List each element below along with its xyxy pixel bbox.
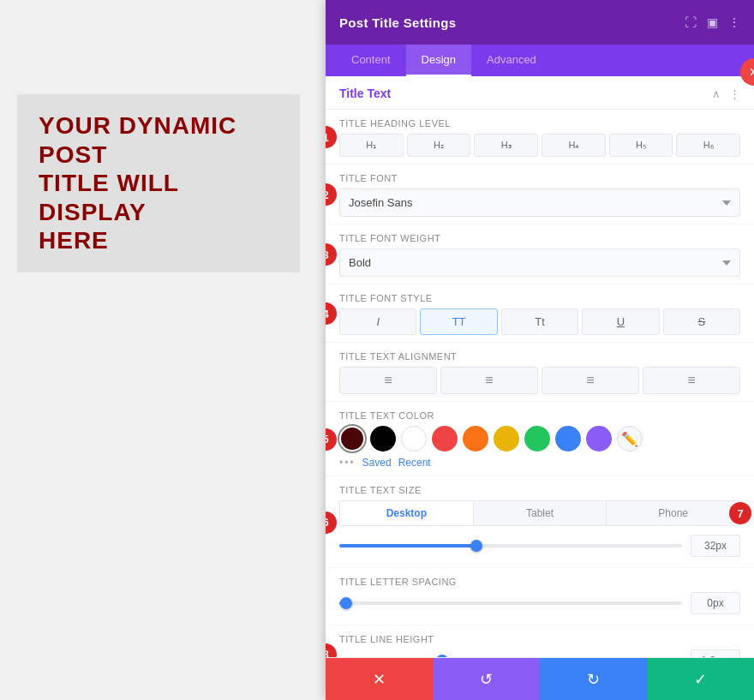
tab-content[interactable]: Content: [336, 45, 406, 76]
badge-7: 7: [729, 502, 751, 524]
panel-title: Post Title Settings: [339, 15, 456, 30]
text-size-slider-thumb[interactable]: [470, 540, 482, 552]
font-wrapper: 2 Title Font Josefin Sans: [326, 165, 754, 224]
color-swatch-orange[interactable]: [463, 426, 488, 452]
device-tab-phone[interactable]: Phone: [607, 501, 739, 525]
dots-indicator: •••: [339, 457, 356, 469]
line-height-thumb[interactable]: [436, 655, 448, 657]
text-size-slider-fill: [339, 544, 476, 547]
font-weight-label: Title Font Weight: [339, 233, 740, 243]
reset-button[interactable]: ↺: [433, 658, 540, 700]
color-swatch-red[interactable]: [432, 426, 458, 452]
uppercase-btn[interactable]: TT: [420, 308, 497, 335]
text-size-input[interactable]: [691, 535, 740, 557]
strikethrough-btn[interactable]: S: [663, 308, 740, 335]
letter-spacing-input[interactable]: [691, 592, 740, 614]
font-field: Title Font Josefin Sans: [326, 165, 754, 224]
font-weight-field: Title Font Weight Bold: [326, 224, 754, 284]
device-tab-desktop[interactable]: Desktop: [340, 501, 474, 525]
letter-spacing-slider-row: [339, 592, 740, 614]
text-align-label: Title Text Alignment: [339, 351, 740, 362]
text-color-field: Title Text Color ✏️ •••: [326, 402, 754, 476]
more-options-icon[interactable]: ⋮: [728, 15, 740, 29]
text-size-field: Title Text Size 7 Desktop Tablet Phone: [326, 476, 754, 568]
capitalize-btn[interactable]: Tt: [501, 308, 578, 335]
font-style-label: Title Font Style: [339, 293, 740, 303]
heading-level-field: Title Heading Level H₁ H₂ H₃ H₄ H₅ H₆: [326, 110, 754, 165]
color-picker-btn[interactable]: ✏️: [617, 426, 643, 452]
heading-h5-btn[interactable]: H₅: [609, 134, 673, 157]
align-justify-btn[interactable]: ≡: [643, 367, 740, 394]
align-right-btn[interactable]: ≡: [542, 367, 639, 394]
preview-area: YOUR DYNAMIC POST TITLE WILL DISPLAY HER…: [0, 0, 326, 700]
letter-spacing-thumb[interactable]: [340, 597, 352, 609]
align-left-btn[interactable]: ≡: [339, 367, 437, 394]
section-title: Title Text: [339, 87, 391, 100]
text-size-slider-track[interactable]: [339, 544, 682, 547]
heading-buttons: H₁ H₂ H₃ H₄ H₅ H₆: [339, 134, 740, 157]
save-button[interactable]: ✓: [647, 658, 754, 700]
saved-colors-link[interactable]: Saved: [362, 457, 392, 469]
line-height-slider-row: [339, 649, 740, 657]
redo-button[interactable]: ↻: [540, 658, 647, 700]
fullscreen-icon[interactable]: ⛶: [685, 15, 697, 29]
recent-colors-link[interactable]: Recent: [398, 457, 431, 469]
italic-btn[interactable]: I: [339, 308, 416, 335]
heading-h4-btn[interactable]: H₄: [542, 134, 606, 157]
color-swatch-green[interactable]: [524, 426, 550, 452]
text-color-wrapper: 5 Title Text Color ✏️: [326, 402, 754, 476]
tabs-bar: Content Design Advanced: [326, 45, 754, 76]
columns-icon[interactable]: ▣: [707, 15, 718, 29]
color-swatch-yellow[interactable]: [494, 426, 519, 452]
font-style-field: Title Font Style I TT Tt U S: [326, 284, 754, 343]
line-height-field: Title Line Height: [326, 625, 754, 657]
heading-h6-btn[interactable]: H₆: [676, 134, 740, 157]
color-swatch-purple[interactable]: [586, 426, 612, 452]
tab-advanced[interactable]: Advanced: [471, 45, 552, 76]
underline-btn[interactable]: U: [582, 308, 659, 335]
section-header-icons: ∧ ⋮: [712, 87, 740, 100]
text-size-slider-row: [339, 535, 740, 557]
preview-text-box: YOUR DYNAMIC POST TITLE WILL DISPLAY HER…: [17, 94, 300, 272]
cancel-button[interactable]: ✕: [326, 658, 433, 700]
letter-spacing-field: Title Letter Spacing: [326, 568, 754, 625]
settings-panel: ✕ Post Title Settings ⛶ ▣ ⋮ Content Desi…: [326, 0, 754, 700]
heading-level-label: Title Heading Level: [339, 118, 740, 129]
panel-footer: ✕ ↺ ↻ ✓: [326, 657, 754, 700]
font-weight-wrapper: 3 Title Font Weight Bold: [326, 224, 754, 284]
font-weight-select[interactable]: Bold: [339, 248, 740, 277]
color-swatch-black[interactable]: [370, 426, 396, 452]
panel-header-icons: ⛶ ▣ ⋮: [685, 15, 740, 29]
text-size-wrapper: 6 Title Text Size 7 Desktop Tablet Phone: [326, 476, 754, 568]
heading-h3-btn[interactable]: H₃: [474, 134, 538, 157]
style-buttons: I TT Tt U S: [339, 308, 740, 335]
heading-h2-btn[interactable]: H₂: [407, 134, 471, 157]
tab-design[interactable]: Design: [406, 45, 471, 76]
device-tabs: Desktop Tablet Phone: [339, 500, 740, 526]
preview-title: YOUR DYNAMIC POST TITLE WILL DISPLAY HER…: [39, 111, 278, 255]
color-swatch-white[interactable]: [401, 426, 427, 452]
heading-h1-btn[interactable]: H₁: [339, 134, 404, 157]
text-color-label: Title Text Color: [339, 410, 740, 421]
collapse-icon[interactable]: ∧: [712, 87, 721, 100]
text-size-label: Title Text Size: [339, 485, 740, 495]
section-header: Title Text ∧ ⋮: [326, 76, 754, 110]
font-label: Title Font: [339, 173, 740, 183]
line-height-input[interactable]: [691, 649, 740, 657]
color-swatch-blue[interactable]: [555, 426, 581, 452]
color-swatches-row: ✏️: [339, 426, 740, 452]
color-swatch-darkred[interactable]: [339, 426, 365, 452]
letter-spacing-slider-track[interactable]: [339, 601, 682, 605]
font-style-wrapper: 4 Title Font Style I TT Tt U S: [326, 284, 754, 343]
device-tab-tablet[interactable]: Tablet: [474, 501, 607, 525]
panel-content: Title Text ∧ ⋮ 1 Title Heading Level H₁ …: [326, 76, 754, 657]
align-center-btn[interactable]: ≡: [440, 367, 538, 394]
section-more-icon[interactable]: ⋮: [729, 87, 740, 100]
line-height-label: Title Line Height: [339, 634, 740, 644]
heading-level-wrapper: 1 Title Heading Level H₁ H₂ H₃ H₄ H₅ H₆: [326, 110, 754, 165]
panel-header: Post Title Settings ⛶ ▣ ⋮: [326, 0, 754, 45]
text-align-field: Title Text Alignment ≡ ≡ ≡ ≡: [326, 343, 754, 402]
font-select[interactable]: Josefin Sans: [339, 188, 740, 217]
line-height-wrapper: 8 Title Line Height: [326, 625, 754, 657]
color-links: ••• Saved Recent: [339, 457, 740, 469]
